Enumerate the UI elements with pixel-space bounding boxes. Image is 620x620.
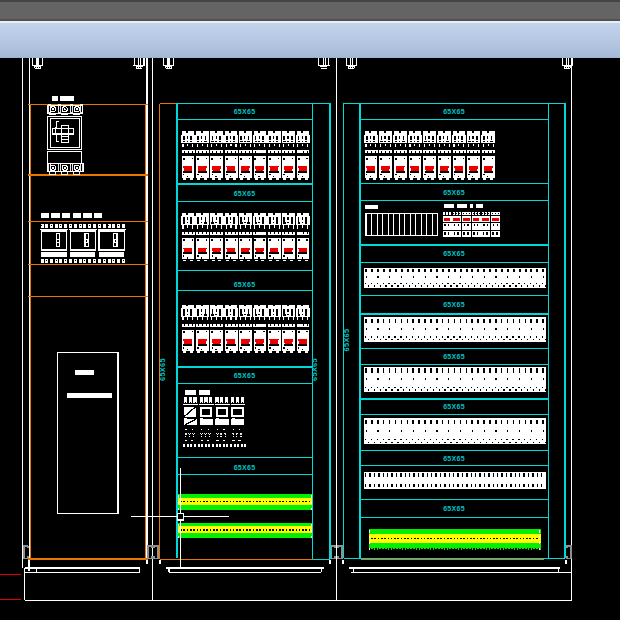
svg-text:65X65: 65X65: [443, 353, 465, 360]
svg-text:65X65: 65X65: [234, 190, 256, 197]
svg-text:65X65: 65X65: [443, 403, 465, 410]
svg-text:65X65: 65X65: [234, 372, 256, 379]
svg-text:65X65: 65X65: [443, 455, 465, 462]
svg-text:65X65: 65X65: [234, 108, 256, 115]
svg-text:65X65: 65X65: [443, 505, 465, 512]
svg-text:65X65: 65X65: [443, 250, 465, 257]
svg-text:65X65: 65X65: [443, 189, 465, 196]
svg-text:65X65: 65X65: [234, 464, 256, 471]
svg-text:65X65: 65X65: [310, 358, 319, 381]
svg-text:65X65: 65X65: [443, 108, 465, 115]
svg-text:65X65: 65X65: [234, 281, 256, 288]
svg-text:65X65: 65X65: [443, 301, 465, 308]
svg-text:65X65: 65X65: [158, 358, 167, 381]
